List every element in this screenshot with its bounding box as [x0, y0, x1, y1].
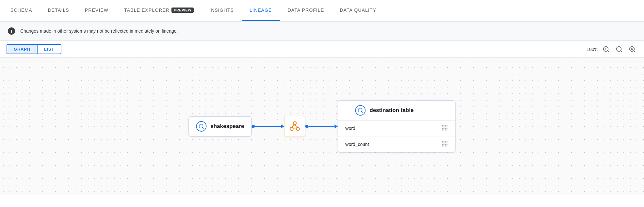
tab-data-quality[interactable]: DATA QUALITY [332, 0, 384, 21]
svg-point-12 [290, 127, 293, 131]
svg-line-18 [362, 111, 362, 112]
destination-node-header: — destination table [338, 101, 455, 120]
info-icon: i [8, 27, 15, 35]
zoom-in-icon [603, 46, 610, 53]
dest-field-word[interactable]: word [338, 120, 455, 136]
svg-rect-26 [442, 144, 444, 146]
tab-lineage[interactable]: LINEAGE [242, 0, 280, 21]
svg-rect-23 [442, 141, 444, 143]
source-node[interactable]: shakespeare [188, 116, 251, 136]
svg-rect-22 [442, 128, 444, 130]
tab-data-profile[interactable]: DATA PROFILE [280, 0, 332, 21]
connector-source-transform [252, 124, 284, 128]
tab-bar: SCHEMA DETAILS PREVIEW TABLE EXPLORER PR… [0, 0, 644, 22]
zoom-in-button[interactable] [601, 44, 611, 55]
svg-point-13 [296, 127, 299, 131]
info-banner: i Changes made in other systems may not … [0, 22, 644, 41]
dest-dash: — [346, 107, 351, 114]
source-node-label: shakespeare [210, 123, 244, 130]
svg-rect-25 [445, 144, 447, 146]
svg-line-14 [292, 125, 295, 127]
svg-rect-24 [445, 141, 447, 143]
dest-field-word-count-icon [442, 140, 448, 148]
graph-button[interactable]: GRAPH [7, 45, 38, 54]
banner-text: Changes made in other systems may not be… [20, 28, 178, 34]
svg-point-11 [293, 122, 297, 125]
table-explorer-preview-badge: PREVIEW [171, 8, 194, 13]
zoom-out-icon [616, 46, 623, 53]
dest-node-icon [355, 105, 366, 116]
svg-line-10 [202, 127, 203, 128]
destination-node[interactable]: — destination table word word [338, 100, 456, 152]
svg-rect-21 [445, 128, 447, 130]
dest-node-label: destination table [370, 107, 414, 114]
connector-transform-dest [305, 124, 338, 128]
list-button[interactable]: LIST [38, 45, 61, 54]
line-1 [255, 126, 281, 127]
arrowhead-1 [281, 124, 284, 128]
tab-schema[interactable]: SCHEMA [3, 0, 40, 21]
tab-table-explorer[interactable]: TABLE EXPLORER PREVIEW [116, 0, 201, 21]
view-toggle: GRAPH LIST [7, 44, 61, 54]
svg-point-17 [358, 108, 362, 112]
dest-field-word-count-name: word_count [346, 142, 369, 147]
svg-rect-19 [442, 125, 444, 127]
arrowhead-2 [335, 124, 338, 128]
svg-rect-20 [445, 125, 447, 127]
arrow-line-1 [255, 124, 284, 128]
line-2 [309, 126, 335, 127]
svg-line-15 [295, 125, 298, 127]
tab-details[interactable]: DETAILS [40, 0, 77, 21]
connector-dot-right [305, 125, 309, 128]
zoom-reset-button[interactable] [627, 44, 637, 55]
svg-point-7 [630, 46, 635, 51]
dest-field-word-count[interactable]: word_count [338, 136, 455, 152]
zoom-reset-icon [629, 46, 636, 53]
graph-canvas[interactable]: shakespeare [0, 58, 644, 195]
tab-insights[interactable]: INSIGHTS [201, 0, 242, 21]
toolbar: GRAPH LIST 100% [0, 41, 644, 58]
connector-dot-left [252, 125, 255, 128]
transform-icon [289, 120, 301, 133]
dest-field-word-name: word [346, 126, 355, 131]
lineage-diagram: shakespeare [188, 100, 455, 152]
source-node-icon [196, 121, 206, 132]
arrow-line-2 [309, 124, 338, 128]
svg-line-5 [620, 51, 622, 52]
transform-node[interactable] [284, 116, 305, 137]
dest-field-word-icon [442, 124, 448, 132]
svg-point-9 [199, 124, 203, 128]
svg-line-1 [607, 51, 609, 52]
tab-preview[interactable]: PREVIEW [77, 0, 116, 21]
zoom-out-button[interactable] [614, 44, 624, 55]
svg-line-8 [634, 51, 635, 52]
zoom-level: 100% [587, 47, 598, 52]
zoom-controls: 100% [587, 44, 637, 55]
